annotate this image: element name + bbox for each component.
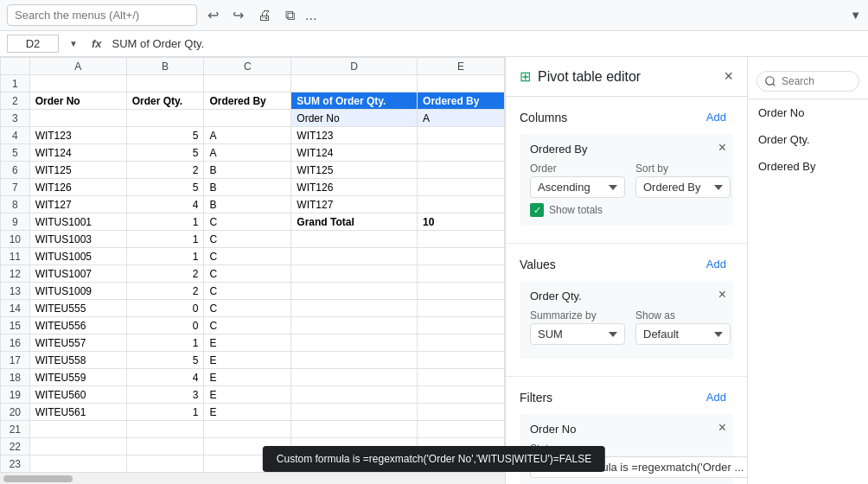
cell[interactable]: 4 <box>126 369 204 386</box>
undo-icon[interactable]: ↩ <box>204 5 222 25</box>
cell[interactable]: 2 <box>126 283 204 300</box>
cell[interactable] <box>418 300 505 317</box>
scroll-thumb[interactable] <box>3 475 73 482</box>
cell[interactable] <box>418 75 505 92</box>
cell[interactable] <box>418 334 505 352</box>
search-input[interactable] <box>7 4 197 26</box>
summarize-select[interactable]: SUM <box>530 323 625 345</box>
cell[interactable]: 1 <box>126 404 204 421</box>
cell[interactable] <box>418 144 505 162</box>
cell[interactable]: E <box>204 386 291 404</box>
cell[interactable]: WITEU559 <box>29 369 126 386</box>
cell[interactable]: WITEU557 <box>29 334 126 352</box>
cell[interactable]: E <box>204 404 291 421</box>
cell[interactable]: 0 <box>126 317 204 334</box>
cell[interactable]: C <box>204 265 291 283</box>
cell[interactable]: WIT123 <box>291 127 418 144</box>
cell[interactable]: 5 <box>126 144 204 162</box>
cell[interactable]: E <box>204 334 291 352</box>
cell[interactable] <box>418 248 505 265</box>
cell[interactable]: 2 <box>126 162 204 179</box>
cell[interactable]: C <box>204 283 291 300</box>
cell[interactable]: 2 <box>126 265 204 283</box>
cell[interactable]: E <box>204 352 291 369</box>
cell[interactable]: C <box>204 300 291 317</box>
cell[interactable]: 0 <box>126 300 204 317</box>
print-icon[interactable]: 🖨 <box>254 6 275 25</box>
add-value-button[interactable]: Add <box>699 254 733 274</box>
cell[interactable] <box>291 75 418 92</box>
cell[interactable] <box>29 421 126 438</box>
cell[interactable] <box>418 386 505 404</box>
sidebar-item-order-no[interactable]: Order No <box>748 99 868 126</box>
cell[interactable] <box>29 75 126 92</box>
close-pivot-editor-button[interactable]: × <box>724 67 733 86</box>
cell[interactable] <box>29 110 126 127</box>
cell[interactable]: WIT125 <box>29 162 126 179</box>
cell[interactable]: WIT123 <box>29 127 126 144</box>
cell[interactable] <box>126 455 204 473</box>
cell[interactable]: WIT126 <box>29 179 126 196</box>
cell[interactable]: WITEU561 <box>29 404 126 421</box>
add-filter-button[interactable]: Add <box>699 387 733 407</box>
cell[interactable]: WIT124 <box>291 144 418 162</box>
cell-e2[interactable]: Ordered By <box>418 92 505 110</box>
cell[interactable]: 1 <box>126 248 204 265</box>
sidebar-item-ordered-by[interactable]: Ordered By <box>748 153 868 180</box>
cell[interactable] <box>204 110 291 127</box>
cell[interactable]: E <box>204 369 291 386</box>
arrow-down-icon[interactable]: ▼ <box>66 37 81 50</box>
show-as-select[interactable]: Default <box>635 323 731 345</box>
cell[interactable] <box>418 369 505 386</box>
cell[interactable]: 5 <box>126 352 204 369</box>
cell[interactable]: 1 <box>126 334 204 352</box>
cell[interactable]: A <box>204 127 291 144</box>
cell[interactable] <box>291 334 418 352</box>
cell[interactable] <box>418 265 505 283</box>
cell[interactable]: WIT124 <box>29 144 126 162</box>
cell[interactable]: B <box>204 179 291 196</box>
more-icon[interactable]: ... <box>305 8 316 23</box>
cell-c2[interactable]: Ordered By <box>204 92 291 110</box>
remove-filter-button[interactable]: × <box>718 421 726 435</box>
horizontal-scrollbar[interactable] <box>0 472 505 484</box>
add-column-button[interactable]: Add <box>699 107 733 127</box>
sidebar-item-order-qty[interactable]: Order Qty. <box>748 126 868 153</box>
cell[interactable] <box>291 231 418 248</box>
cell[interactable] <box>418 127 505 144</box>
collapse-icon[interactable]: ▼ <box>850 9 861 22</box>
cell[interactable] <box>126 110 204 127</box>
cell[interactable]: Grand Total <box>291 213 418 231</box>
cell[interactable]: C <box>204 213 291 231</box>
cell-d3[interactable]: Order No <box>291 110 418 127</box>
cell[interactable]: WITUS1005 <box>29 248 126 265</box>
cell[interactable] <box>418 404 505 421</box>
cell[interactable] <box>418 283 505 300</box>
cell[interactable]: B <box>204 162 291 179</box>
cell[interactable]: WITUS1009 <box>29 283 126 300</box>
cell[interactable]: WIT127 <box>291 196 418 213</box>
cell[interactable]: WITUS1007 <box>29 265 126 283</box>
cell[interactable]: A <box>204 144 291 162</box>
cell[interactable] <box>126 438 204 455</box>
cell[interactable] <box>126 75 204 92</box>
cell[interactable]: 1 <box>126 231 204 248</box>
cell-b2[interactable]: Order Qty. <box>126 92 204 110</box>
cell[interactable] <box>291 352 418 369</box>
cell[interactable]: 4 <box>126 196 204 213</box>
cell[interactable] <box>418 421 505 438</box>
cell[interactable]: WITUS1003 <box>29 231 126 248</box>
order-select[interactable]: Ascending <box>530 176 625 198</box>
cell[interactable]: WITEU555 <box>29 300 126 317</box>
cell[interactable]: WITEU556 <box>29 317 126 334</box>
cell[interactable]: WITEU558 <box>29 352 126 369</box>
cell[interactable] <box>126 421 204 438</box>
cell[interactable] <box>418 317 505 334</box>
cell[interactable] <box>291 421 418 438</box>
cell[interactable] <box>29 455 126 473</box>
cell[interactable] <box>291 404 418 421</box>
redo-icon[interactable]: ↪ <box>229 5 247 25</box>
cell[interactable] <box>418 352 505 369</box>
cell[interactable] <box>29 438 126 455</box>
cell[interactable]: WIT125 <box>291 162 418 179</box>
